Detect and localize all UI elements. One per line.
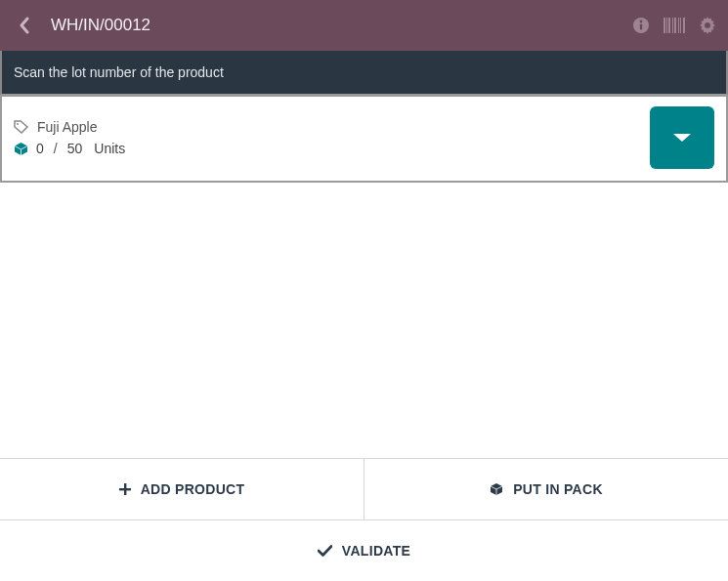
expand-line-button[interactable]: [650, 106, 714, 169]
validate-button[interactable]: VALIDATE: [0, 520, 728, 581]
qty-done: 0: [36, 141, 44, 156]
svg-point-11: [705, 22, 710, 28]
svg-rect-6: [672, 18, 673, 33]
top-bar: WH/IN/00012: [0, 0, 728, 51]
plus-icon: [119, 483, 131, 495]
info-button[interactable]: [632, 17, 650, 34]
add-product-button[interactable]: ADD PRODUCT: [0, 459, 364, 519]
package-icon: [490, 482, 503, 496]
product-line: Fuji Apple 0 / 50 Units: [0, 95, 728, 183]
qty-demand: 50: [67, 141, 83, 156]
svg-rect-8: [678, 18, 679, 33]
svg-rect-2: [640, 24, 642, 30]
info-icon: [632, 17, 650, 34]
product-name: Fuji Apple: [37, 119, 97, 135]
uom-label: Units: [94, 141, 125, 156]
caret-down-icon: [671, 131, 693, 145]
svg-point-12: [17, 123, 19, 125]
svg-rect-3: [664, 18, 665, 33]
svg-point-1: [640, 21, 643, 23]
back-button[interactable]: [12, 17, 35, 34]
check-icon: [318, 545, 332, 557]
put-in-pack-button[interactable]: PUT IN PACK: [364, 459, 728, 519]
barcode-button[interactable]: [664, 18, 685, 33]
instruction-bar: Scan the lot number of the product: [0, 51, 728, 95]
barcode-icon: [664, 18, 685, 33]
svg-rect-7: [674, 18, 676, 33]
tag-icon: [14, 120, 29, 134]
settings-button[interactable]: [699, 17, 716, 34]
add-product-label: ADD PRODUCT: [141, 481, 245, 497]
put-in-pack-label: PUT IN PACK: [513, 481, 603, 497]
validate-label: VALIDATE: [342, 543, 410, 559]
svg-rect-5: [668, 18, 670, 33]
qty-separator: /: [54, 141, 58, 156]
page-title: WH/IN/00012: [51, 16, 632, 35]
package-icon: [14, 142, 28, 156]
chevron-left-icon: [19, 17, 29, 34]
svg-rect-9: [680, 18, 681, 33]
svg-rect-14: [119, 488, 131, 490]
svg-rect-4: [666, 18, 667, 33]
gear-icon: [699, 17, 716, 34]
footer-actions: ADD PRODUCT PUT IN PACK VALIDATE: [0, 458, 728, 581]
svg-rect-10: [683, 18, 685, 33]
